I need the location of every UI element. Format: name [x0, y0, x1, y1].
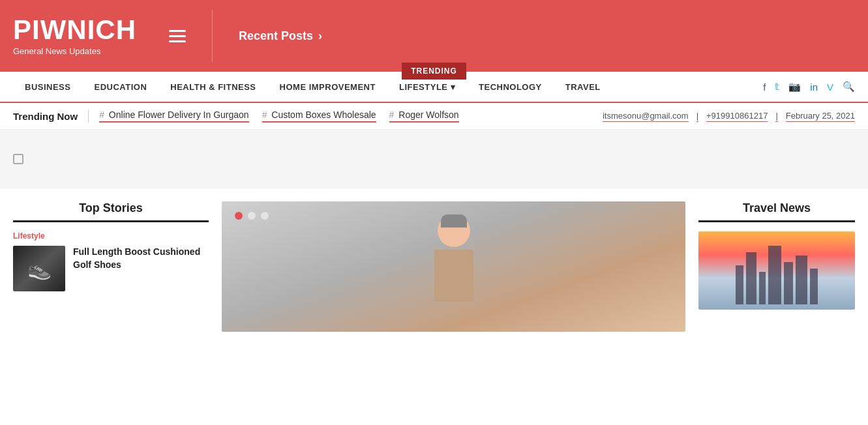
nav-item-home-improvement[interactable]: HOME IMPROVEMENT — [268, 72, 387, 102]
trending-link-3[interactable]: # Roger Wolfson — [389, 110, 459, 123]
separator: | — [696, 111, 698, 122]
nav-link-technology[interactable]: TECHNOLOGY — [467, 72, 554, 102]
building-7 — [810, 269, 818, 304]
shoe-image — [13, 246, 65, 291]
nav-item-technology[interactable]: TECHNOLOGY — [467, 72, 554, 102]
building-4 — [768, 246, 781, 304]
nav-link-education[interactable]: EDUCATION — [82, 72, 158, 102]
facebook-icon[interactable]: f — [763, 81, 766, 93]
recent-posts-label: Recent Posts — [239, 29, 313, 43]
nav-links: BUSINESS EDUCATION HEALTH & FITNESS HOME… — [13, 72, 612, 102]
dropdown-arrow-icon: ▾ — [451, 82, 456, 92]
trending-links: # Online Flower Delivery In Gurgaon # Cu… — [99, 110, 458, 123]
nav-link-business[interactable]: BUSINESS — [13, 72, 82, 102]
travel-thumbnail — [698, 231, 855, 310]
slider-dots — [235, 212, 269, 220]
slider-dot-3[interactable] — [261, 212, 269, 220]
trending-now-left: Trending Now # Online Flower Delivery In… — [13, 110, 459, 123]
vimeo-icon[interactable]: V — [827, 81, 833, 93]
contact-phone: +919910861217 — [706, 111, 768, 122]
person-body — [434, 250, 473, 302]
chevron-right-icon: › — [318, 29, 322, 43]
trending-now-label: Trending Now — [13, 111, 78, 122]
building-5 — [784, 262, 793, 304]
nav-item-education[interactable]: EDUCATION — [82, 72, 158, 102]
linkedin-icon[interactable]: in — [810, 81, 818, 93]
nav-item-health[interactable]: HEALTH & FITNESS — [158, 72, 267, 102]
logo-title: PIWNICH — [13, 16, 136, 44]
main-content: Top Stories Lifestyle Full Length Boost … — [0, 188, 868, 345]
hash-icon: # — [262, 110, 267, 120]
building-3 — [759, 272, 766, 304]
travel-news-title: Travel News — [698, 201, 855, 222]
separator2: | — [775, 111, 777, 122]
building-6 — [796, 256, 807, 304]
trending-badge: TRENDING — [402, 63, 466, 80]
building-2 — [746, 252, 756, 304]
center-feature-slider — [222, 201, 685, 332]
building-1 — [736, 265, 743, 304]
image-placeholder-icon — [13, 154, 23, 164]
twitter-icon[interactable]: 𝕥 — [775, 81, 779, 93]
story-title[interactable]: Full Length Boost Cushioned Golf Shoes — [73, 246, 209, 271]
logo-subtitle: General News Updates — [13, 46, 136, 56]
hamburger-menu-icon[interactable] — [169, 30, 186, 42]
top-stories-title: Top Stories — [13, 201, 209, 222]
header-divider — [212, 10, 213, 62]
person-hair — [441, 214, 467, 227]
date-display: February 25, 2021 — [786, 111, 855, 122]
instagram-icon[interactable]: 📷 — [788, 81, 801, 93]
search-icon[interactable]: 🔍 — [843, 81, 855, 93]
nav-link-travel[interactable]: TRAVEL — [554, 72, 612, 102]
story-item: Full Length Boost Cushioned Golf Shoes — [13, 246, 209, 291]
banner-area — [0, 130, 868, 188]
hash-icon: # — [99, 110, 104, 120]
header: PIWNICH General News Updates Recent Post… — [0, 0, 868, 72]
recent-posts-link[interactable]: Recent Posts › — [239, 29, 322, 43]
slider-dot-2[interactable] — [248, 212, 256, 220]
nav-item-travel[interactable]: TRAVEL — [554, 72, 612, 102]
category-tag: Lifestyle — [13, 231, 209, 241]
city-skyline-image — [698, 231, 855, 310]
story-thumbnail — [13, 246, 65, 291]
feature-image — [222, 201, 685, 332]
contact-email: itsmesonu@gmail.com — [603, 111, 689, 122]
travel-news-sidebar: Travel News — [698, 201, 855, 310]
person-head — [438, 214, 470, 247]
trending-divider — [88, 110, 89, 123]
person-illustration — [408, 214, 500, 332]
header-left: PIWNICH General News Updates Recent Post… — [13, 10, 322, 62]
slider-dot-1[interactable] — [235, 212, 243, 220]
top-stories-sidebar: Top Stories Lifestyle Full Length Boost … — [13, 201, 209, 299]
trending-now-right: itsmesonu@gmail.com | +919910861217 | Fe… — [603, 111, 855, 122]
hash-icon: # — [389, 110, 395, 120]
nav-item-business[interactable]: BUSINESS — [13, 72, 82, 102]
logo-block: PIWNICH General News Updates — [13, 16, 136, 56]
nav-social: f 𝕥 📷 in V 🔍 — [763, 81, 855, 93]
story-text: Full Length Boost Cushioned Golf Shoes — [73, 246, 209, 271]
nav-link-health[interactable]: HEALTH & FITNESS — [158, 72, 267, 102]
nav-link-home-improvement[interactable]: HOME IMPROVEMENT — [268, 72, 387, 102]
banner-placeholder — [13, 154, 23, 164]
trending-link-1[interactable]: # Online Flower Delivery In Gurgaon — [99, 110, 248, 123]
trending-now-bar: Trending Now # Online Flower Delivery In… — [0, 103, 868, 130]
trending-link-2[interactable]: # Custom Boxes Wholesale — [262, 110, 376, 123]
